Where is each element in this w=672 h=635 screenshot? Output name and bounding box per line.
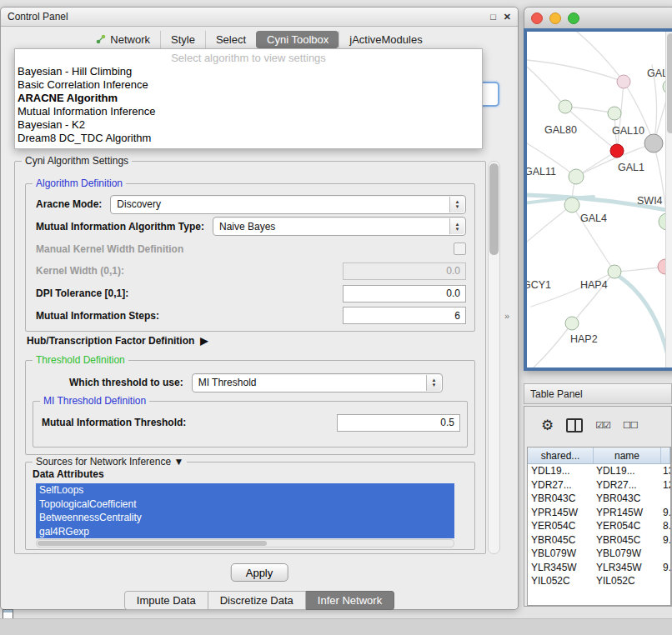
mi-threshold-field[interactable]: 0.5 xyxy=(337,414,460,432)
tab-select[interactable]: Select xyxy=(205,31,256,48)
table-row[interactable]: YBR045CYBR045C9. xyxy=(528,533,670,548)
column-header-extra[interactable] xyxy=(661,448,670,463)
kernel-width-field[interactable]: 0.0 xyxy=(343,262,466,280)
close-traffic-light-icon[interactable] xyxy=(531,12,543,24)
network-node[interactable] xyxy=(608,265,621,278)
columns-icon[interactable] xyxy=(566,418,583,432)
network-node[interactable] xyxy=(559,100,572,113)
table-row[interactable]: YIL052CYIL052C xyxy=(528,574,670,588)
node-label: HAP4 xyxy=(580,279,608,291)
algorithm-option-basic-correlation[interactable]: Basic Correlation Inference xyxy=(15,78,482,92)
network-canvas[interactable]: GAL8GAL80GAL10GAL11GAL1SWI4GAL4GCY1HAP4H… xyxy=(524,28,672,371)
tab-style[interactable]: Style xyxy=(160,31,205,48)
table-cell: YBR043C xyxy=(528,492,593,506)
mi-threshold-label: Mutual Information Threshold: xyxy=(42,417,186,428)
network-node[interactable] xyxy=(644,134,663,152)
table-row[interactable]: YDL19...YDL19...13 xyxy=(528,464,670,478)
settings-group-title: Cyni Algorithm Settings xyxy=(22,155,132,167)
network-window-titlebar[interactable] xyxy=(524,7,672,28)
tab-cyni-toolbox[interactable]: Cyni Toolbox xyxy=(256,31,339,48)
tab-network-label: Network xyxy=(110,33,150,46)
list-horizontal-scrollbar[interactable] xyxy=(36,539,454,548)
mi-threshold-group: MI Threshold Definition Mutual Informati… xyxy=(33,401,468,448)
data-attributes-label: Data Attributes xyxy=(33,468,104,480)
sources-title-row[interactable]: Sources for Network Inference ▼ xyxy=(33,456,187,468)
tab-discretize-data[interactable]: Discretize Data xyxy=(208,591,306,610)
algorithm-option-bayesian-k2[interactable]: Bayesian - K2 xyxy=(15,118,482,132)
table-cell: YBR043C xyxy=(593,492,659,506)
manual-kernel-width-checkbox[interactable] xyxy=(454,242,466,255)
attribute-table: shared... name YDL19...YDL19...13YDR27..… xyxy=(527,447,671,606)
table-panel-titlebar[interactable]: Table Panel xyxy=(524,383,672,404)
aracne-mode-select[interactable]: Discovery xyxy=(110,195,466,214)
network-node[interactable] xyxy=(564,198,579,212)
close-window-icon[interactable]: ✕ xyxy=(504,12,511,22)
mi-threshold-title: MI Threshold Definition xyxy=(40,395,149,407)
data-attributes-list[interactable]: SelfLoops TopologicalCoefficient Between… xyxy=(36,483,454,538)
algorithm-option-mutual-information[interactable]: Mutual Information Inference xyxy=(15,105,482,118)
column-header-name[interactable]: name xyxy=(594,448,661,463)
which-threshold-select[interactable]: MI Threshold xyxy=(192,373,443,392)
splitter-collapse-icon[interactable]: » xyxy=(504,311,509,321)
table-panel-title: Table Panel xyxy=(530,388,583,400)
table-cell: 8. xyxy=(659,519,670,533)
table-row[interactable]: YBL079WYBL079W xyxy=(528,547,670,561)
select-all-columns-icon[interactable]: ☑☑ xyxy=(595,420,610,431)
gear-icon[interactable]: ⚙ xyxy=(541,418,554,432)
settings-vertical-scrollbar[interactable] xyxy=(488,161,500,554)
tab-impute-data[interactable]: Impute Data xyxy=(124,591,208,610)
network-node[interactable] xyxy=(608,107,621,120)
hub-transcription-section[interactable]: Hub/Transcription Factor Definition ▶ xyxy=(27,335,208,347)
apply-button[interactable]: Apply xyxy=(231,563,288,582)
table-row[interactable]: YLR345WYLR345W9. xyxy=(528,561,670,575)
minimize-traffic-light-icon[interactable] xyxy=(549,12,561,24)
table-row[interactable]: YBR043CYBR043C xyxy=(528,492,670,506)
aracne-mode-label: Aracne Mode: xyxy=(36,198,102,210)
network-vertical-scrollbar[interactable] xyxy=(665,32,672,368)
table-row[interactable]: YDR27...YDR27...12 xyxy=(528,478,670,492)
table-cell: YLR345W xyxy=(593,561,659,575)
list-item-selfloops[interactable]: SelfLoops xyxy=(36,483,454,498)
network-canvas-svg: GAL8GAL80GAL10GAL11GAL1SWI4GAL4GCY1HAP4H… xyxy=(527,32,672,368)
table-cell: YLR345W xyxy=(528,561,593,575)
mi-steps-field[interactable]: 6 xyxy=(343,307,466,324)
zoom-traffic-light-icon[interactable] xyxy=(568,12,579,24)
algorithm-option-bayesian-hill-climbing[interactable]: Bayesian - Hill Climbing xyxy=(15,65,482,78)
network-edge[interactable] xyxy=(527,205,572,242)
mi-algorithm-type-value: Naive Bayes xyxy=(219,221,275,232)
column-header-shared-name[interactable]: shared... xyxy=(528,448,594,463)
network-edge[interactable] xyxy=(527,67,565,107)
tab-network[interactable]: Network xyxy=(86,31,160,48)
mi-algorithm-type-select[interactable]: Naive Bayes xyxy=(213,217,466,236)
network-edge[interactable] xyxy=(617,275,670,368)
network-node[interactable] xyxy=(610,144,624,158)
network-node[interactable] xyxy=(565,317,579,330)
node-label: GAL10 xyxy=(612,125,644,137)
network-node[interactable] xyxy=(569,169,584,184)
table-cell xyxy=(659,574,670,588)
float-window-icon[interactable]: □ xyxy=(490,12,496,22)
mi-algorithm-type-label: Mutual Information Algorithm Type: xyxy=(36,221,204,232)
node-label: SWI4 xyxy=(637,195,663,207)
collapse-sources-icon[interactable]: ▼ xyxy=(173,456,183,468)
algorithm-definition-group: Algorithm Definition Aracne Mode: Discov… xyxy=(25,183,475,332)
list-item-betweennesscentrality[interactable]: BetweennessCentrality xyxy=(36,511,454,525)
deselect-all-columns-icon[interactable]: ☐☐ xyxy=(623,420,638,431)
dpi-tolerance-field[interactable]: 0.0 xyxy=(343,285,466,302)
expand-section-icon[interactable]: ▶ xyxy=(200,335,208,347)
algorithm-option-dream8[interactable]: Dream8 DC_TDC Algorithm xyxy=(15,132,482,145)
table-row[interactable]: YER054CYER054C8. xyxy=(528,519,670,533)
list-item-gal4rgexp[interactable]: gal4RGexp xyxy=(36,525,454,539)
algorithm-option-aracne[interactable]: ARACNE Algorithm xyxy=(15,92,482,105)
control-panel-titlebar[interactable]: Control Panel □ ✕ xyxy=(1,8,518,27)
network-edge[interactable] xyxy=(565,107,614,113)
table-row[interactable]: YPR145WYPR145W9. xyxy=(528,506,670,520)
network-node[interactable] xyxy=(617,75,630,88)
table-cell: YIL052C xyxy=(528,574,593,588)
table-body: YDL19...YDL19...13YDR27...YDR27...12YBR0… xyxy=(528,464,670,588)
list-item-topologicalcoefficient[interactable]: TopologicalCoefficient xyxy=(36,498,454,512)
bottom-dock xyxy=(0,618,672,635)
network-edge[interactable] xyxy=(534,323,572,368)
tab-jactivemodules[interactable]: jActiveModules xyxy=(339,31,432,48)
tab-infer-network[interactable]: Infer Network xyxy=(306,591,394,610)
